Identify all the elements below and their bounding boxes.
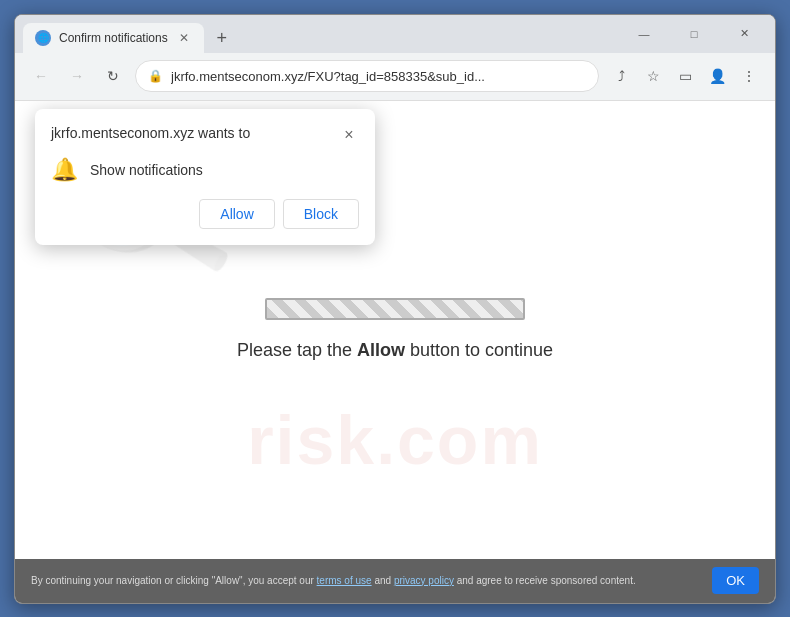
permission-popup: jkrfo.mentseconom.xyz wants to × 🔔 Show … — [35, 109, 375, 245]
maximize-button[interactable]: □ — [671, 18, 717, 50]
instruction-rest: button to continue — [405, 340, 553, 360]
new-tab-button[interactable]: + — [208, 25, 236, 53]
block-button[interactable]: Block — [283, 199, 359, 229]
bookmark-icon[interactable]: ☆ — [639, 62, 667, 90]
share-icon[interactable]: ⤴ — [607, 62, 635, 90]
toolbar-icons: ⤴ ☆ ▭ 👤 ⋮ — [607, 62, 763, 90]
window-controls: — □ ✕ — [621, 18, 767, 50]
back-button[interactable]: ← — [27, 62, 55, 90]
popup-title: jkrfo.mentseconom.xyz wants to — [51, 125, 250, 141]
allow-button[interactable]: Allow — [199, 199, 274, 229]
lock-icon: 🔒 — [148, 69, 163, 83]
browser-tab[interactable]: 🌐 Confirm notifications ✕ — [23, 23, 204, 53]
popup-notification-row: 🔔 Show notifications — [51, 157, 359, 183]
ok-button[interactable]: OK — [712, 567, 759, 594]
tab-favicon: 🌐 — [35, 30, 51, 46]
profile-icon[interactable]: 👤 — [703, 62, 731, 90]
split-view-icon[interactable]: ▭ — [671, 62, 699, 90]
popup-header: jkrfo.mentseconom.xyz wants to × — [51, 125, 359, 145]
browser-window: 🌐 Confirm notifications ✕ + — □ ✕ ← — [14, 14, 776, 604]
page-main: Please tap the Allow button to continue — [15, 278, 775, 381]
menu-icon[interactable]: ⋮ — [735, 62, 763, 90]
progress-bar — [265, 298, 525, 320]
url-bar[interactable]: 🔒 jkrfo.mentseconom.xyz/FXU?tag_id=85833… — [135, 60, 599, 92]
bottom-bar-text: By continuing your navigation or clickin… — [31, 574, 636, 588]
bottom-bar: By continuing your navigation or clickin… — [15, 559, 775, 603]
refresh-button[interactable]: ↻ — [99, 62, 127, 90]
minimize-button[interactable]: — — [621, 18, 667, 50]
bell-icon: 🔔 — [51, 157, 78, 183]
close-button[interactable]: ✕ — [721, 18, 767, 50]
forward-button[interactable]: → — [63, 62, 91, 90]
tab-close-button[interactable]: ✕ — [176, 30, 192, 46]
privacy-link[interactable]: privacy policy — [394, 575, 454, 586]
terms-link[interactable]: terms of use — [317, 575, 372, 586]
notification-label: Show notifications — [90, 162, 203, 178]
tab-area: 🌐 Confirm notifications ✕ + — [23, 15, 621, 53]
tab-title: Confirm notifications — [59, 31, 168, 45]
address-bar: ← → ↻ 🔒 jkrfo.mentseconom.xyz/FXU?tag_id… — [15, 53, 775, 101]
page-instruction: Please tap the Allow button to continue — [237, 340, 553, 361]
page-content: 🔍 risk.com jkrfo.mentseconom.xyz wants t… — [15, 101, 775, 559]
title-bar: 🌐 Confirm notifications ✕ + — □ ✕ — [15, 15, 775, 53]
instruction-plain: Please tap the — [237, 340, 357, 360]
url-text: jkrfo.mentseconom.xyz/FXU?tag_id=858335&… — [171, 69, 586, 84]
popup-actions: Allow Block — [51, 199, 359, 229]
popup-close-button[interactable]: × — [339, 125, 359, 145]
instruction-bold: Allow — [357, 340, 405, 360]
watermark-text: risk.com — [247, 401, 543, 479]
